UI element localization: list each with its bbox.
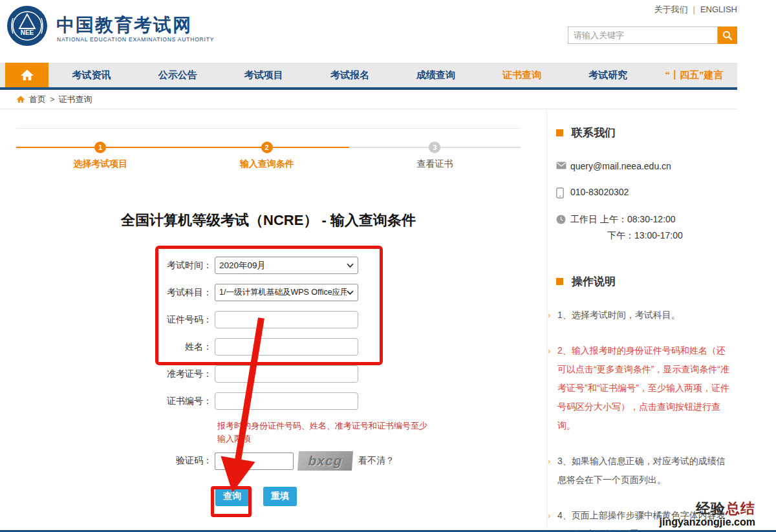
search-icon xyxy=(722,30,733,41)
contact-email-row: query@mail.neea.edu.cn xyxy=(556,161,737,171)
page-title: 全国计算机等级考试（NCRE） - 输入查询条件 xyxy=(16,211,521,230)
email-icon xyxy=(556,162,570,169)
contact-phone: 010-83020302 xyxy=(570,187,629,197)
nav-item-exam-research[interactable]: 考试研究 xyxy=(565,63,651,87)
instruction-item-3: 3、如果输入信息正确，对应考试的成绩信息将会在下一个页面列出。 xyxy=(556,452,732,489)
page: NEE 中国教育考试网 NATIONAL EDUCATION EXAMINATI… xyxy=(0,0,776,532)
nav-item-certificate-query[interactable]: 证书查询 xyxy=(479,63,565,87)
watermark: 经验总结 jingyanzongjie.com xyxy=(660,501,755,528)
exam-time-label: 考试时间： xyxy=(16,260,215,271)
watermark-cn-black: 经验 xyxy=(696,500,726,516)
captcha-row: 验证码： bxcg 看不清？ xyxy=(16,451,521,471)
breadcrumb-current: 证书查询 xyxy=(59,94,92,105)
captcha-refresh-link[interactable]: 看不清？ xyxy=(358,455,394,467)
name-label: 姓名： xyxy=(16,341,215,353)
svg-text:NEE: NEE xyxy=(21,29,34,36)
query-form: 考试时间： 2020年09月 考试科目： 1/一级计算机基础及WPS Offic… xyxy=(16,257,521,506)
nav-item-suggestions[interactable]: “丨四五”建言 xyxy=(651,63,737,87)
breadcrumb-separator: > xyxy=(50,94,55,104)
contact-hours-row: 工作日 上午：08:30-12:00 下午：13:00-17:00 xyxy=(556,214,737,242)
chevron-down-icon xyxy=(347,290,354,295)
id-number-label: 证件号码： xyxy=(16,314,215,326)
admission-ticket-label: 准考证号： xyxy=(16,368,215,380)
nav-item-exam-registration[interactable]: 考试报名 xyxy=(307,63,393,87)
clock-icon xyxy=(556,215,570,224)
english-link[interactable]: ENGLISH xyxy=(700,5,737,14)
chevron-down-icon xyxy=(347,263,354,268)
certificate-number-input[interactable] xyxy=(215,392,358,410)
captcha-input[interactable] xyxy=(215,452,294,470)
site-subtitle: NATIONAL EDUCATION EXAMINATIONS AUTHORIT… xyxy=(57,36,214,43)
admission-ticket-input[interactable] xyxy=(215,365,358,383)
instructions-section-title: 操作说明 xyxy=(556,274,737,289)
watermark-cn-red: 总结 xyxy=(726,500,755,516)
main-nav: 考试资讯 公示公告 考试项目 考试报名 成绩查询 证书查询 考试研究 “丨四五”… xyxy=(0,63,737,90)
breadcrumb-home-icon xyxy=(16,95,25,103)
steps-progress-line xyxy=(16,147,349,148)
step-3-label: 查看证书 xyxy=(389,158,480,170)
neea-emblem-icon: NEE xyxy=(6,5,48,47)
form-hint: 报考时的身份证件号码、姓名、准考证号和证书编号至少 输入两项 xyxy=(217,420,521,445)
step-3-dot: 3 xyxy=(429,142,440,153)
step-2-label: 输入查询条件 xyxy=(222,158,312,170)
step-2-dot: 2 xyxy=(261,142,273,153)
nav-item-score-query[interactable]: 成绩查询 xyxy=(393,63,479,87)
contact-phone-row: 010-83020302 xyxy=(556,187,737,198)
form-buttons: 查询 重填 xyxy=(215,487,521,506)
certificate-number-label: 证书编号： xyxy=(16,396,215,407)
instruction-item-2: 2、输入报考时的身份证件号码和姓名（还可以点击“更多查询条件”，显示查询条件“准… xyxy=(556,341,732,435)
captcha-image[interactable]: bxcg xyxy=(297,451,353,471)
home-icon xyxy=(20,69,34,81)
progress-steps: 1 2 3 选择考试项目 输入查询条件 查看证书 xyxy=(16,128,521,180)
phone-icon xyxy=(556,187,570,198)
name-input[interactable] xyxy=(215,338,358,356)
contact-hours-line1: 工作日 上午：08:30-12:00 xyxy=(570,214,676,224)
captcha-label: 验证码： xyxy=(16,455,215,467)
id-number-input[interactable] xyxy=(215,311,358,328)
exam-subject-label: 考试科目： xyxy=(16,287,215,299)
exam-subject-select[interactable]: 1/一级计算机基础及WPS Office应用 xyxy=(215,284,358,301)
nav-home-button[interactable] xyxy=(5,63,48,87)
query-button[interactable]: 查询 xyxy=(215,487,249,506)
orange-square-bullet xyxy=(556,278,563,285)
search-input[interactable] xyxy=(568,27,718,44)
orange-square-bullet xyxy=(556,129,563,136)
about-us-link[interactable]: 关于我们 xyxy=(654,5,688,14)
breadcrumb-home-link[interactable]: 首页 xyxy=(29,94,46,105)
top-links-separator: | xyxy=(693,5,695,14)
step-1-dot: 1 xyxy=(94,142,106,153)
breadcrumb: 首页 > 证书查询 xyxy=(0,90,737,109)
watermark-domain: jingyanzongjie.com xyxy=(660,516,755,528)
search-button[interactable] xyxy=(718,27,737,44)
sidebar: 联系我们 query@mail.neea.edu.cn 010-83020302… xyxy=(546,110,737,529)
site-title: 中国教育考试网 xyxy=(56,13,192,37)
contact-email[interactable]: query@mail.neea.edu.cn xyxy=(570,161,671,171)
top-links: 关于我们|ENGLISH xyxy=(654,4,737,16)
search-box xyxy=(568,27,737,44)
nav-item-exam-programs[interactable]: 考试项目 xyxy=(221,63,307,87)
contact-hours-line2: 下午：13:00-17:00 xyxy=(607,230,683,242)
contact-section-title: 联系我们 xyxy=(556,125,737,140)
neea-emblem-logo[interactable]: NEE xyxy=(6,5,48,49)
instruction-item-1: 1、选择考试时间，考试科目。 xyxy=(556,306,732,325)
nav-item-announcements[interactable]: 公示公告 xyxy=(135,63,221,87)
exam-time-select[interactable]: 2020年09月 xyxy=(215,257,358,274)
step-1-label: 选择考试项目 xyxy=(55,158,146,170)
nav-item-exam-news[interactable]: 考试资讯 xyxy=(48,63,135,87)
nav-items: 考试资讯 公示公告 考试项目 考试报名 成绩查询 证书查询 考试研究 “丨四五”… xyxy=(48,63,737,87)
reset-button[interactable]: 重填 xyxy=(263,487,297,506)
